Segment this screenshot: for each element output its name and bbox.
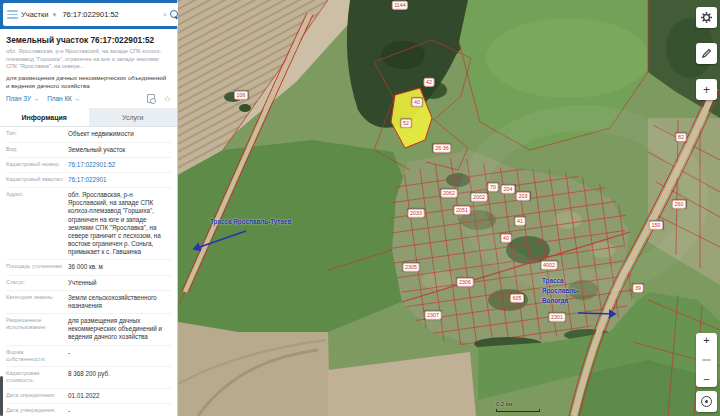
- sidebar-scrollbar[interactable]: [0, 376, 3, 416]
- map-parcel-label[interactable]: 2002: [471, 193, 488, 202]
- map-parcel-label[interactable]: 39: [633, 284, 644, 293]
- info-row-label: Вид:: [6, 146, 68, 154]
- info-row-label: Разрешенное использование:: [6, 317, 68, 342]
- satellite-map[interactable]: [178, 0, 720, 416]
- search-box: Участки ▼ ×: [3, 3, 183, 26]
- info-row-value: Земли сельскохозяйственного назначения: [68, 294, 171, 310]
- sidebar: Участки ▼ × ‹ Земельный участок 76:17:02…: [0, 0, 178, 416]
- cadastral-map-app: Участки ▼ × ‹ Земельный участок 76:17:02…: [0, 0, 720, 416]
- map-parcel-label[interactable]: 106: [234, 91, 248, 100]
- document-search-icon[interactable]: [147, 94, 155, 103]
- map-parcel-label[interactable]: 2306: [457, 278, 474, 287]
- info-row-label: Тип:: [6, 130, 68, 138]
- pencil-icon: [701, 48, 712, 59]
- info-row-value: 8 368 200 руб.: [68, 370, 171, 385]
- info-row: Кадастровый номер:76:17:022901:52: [6, 158, 171, 173]
- map-parcel-label[interactable]: 2307: [425, 311, 442, 320]
- map-parcel-label[interactable]: 41: [515, 217, 526, 226]
- map-scale-label: 0.2 км: [496, 401, 512, 407]
- search-input[interactable]: [62, 10, 159, 19]
- map-scale-bar: [496, 409, 540, 412]
- sidebar-collapse-button[interactable]: ‹: [169, 0, 177, 29]
- info-row: Форма собственности:-: [6, 346, 171, 368]
- zoom-slider[interactable]: [702, 359, 711, 361]
- info-row-label: Дата определения:: [6, 392, 68, 400]
- info-row: Дата определения:01.01.2022: [6, 389, 171, 404]
- zoom-in-button[interactable]: +: [696, 335, 717, 346]
- measure-draw-button[interactable]: [696, 43, 717, 64]
- info-row-label: Адрес:: [6, 191, 68, 256]
- info-row-value: Объект недвижимости: [68, 130, 171, 138]
- info-row-value: Учтенный: [68, 279, 171, 287]
- map-parcel-label[interactable]: 2301: [549, 313, 566, 322]
- info-row: Дата утверждения:-: [6, 404, 171, 416]
- parcel-title: Земельный участок 76:17:022901:52: [6, 35, 171, 45]
- info-row-label: Категория земель:: [6, 294, 68, 310]
- map-parcel-label[interactable]: 70: [488, 183, 499, 192]
- info-row-value: 01.01.2022: [68, 392, 171, 400]
- parcel-summary-address: обл. Ярославская, р-н Ярославский, на за…: [6, 48, 171, 71]
- target-icon: [701, 396, 712, 407]
- info-row-label: Кадастровый номер:: [6, 161, 68, 169]
- map-annotation-text: Трасса Ярославль-Тутаев: [210, 217, 291, 227]
- zoom-control: + −: [696, 333, 717, 387]
- info-row-value: для размещения дачных некоммерческих объ…: [68, 317, 171, 342]
- parcel-summary-usage: для размещения дачных некоммерческих объ…: [6, 74, 171, 91]
- settings-button[interactable]: [696, 7, 717, 28]
- info-row: Кадастровая стоимость:8 368 200 руб.: [6, 367, 171, 389]
- tab-information[interactable]: Информация: [0, 108, 89, 126]
- info-row-label: Форма собственности:: [6, 349, 68, 364]
- info-row-label: Площадь уточненная:: [6, 263, 68, 271]
- map-viewport[interactable]: 114410642405226:368220622033205170204203…: [178, 0, 720, 416]
- map-parcel-label[interactable]: 40: [412, 98, 423, 107]
- info-row-value[interactable]: 76:17:022901:52: [68, 161, 171, 169]
- parcel-panel: Земельный участок 76:17:022901:52 обл. Я…: [0, 29, 177, 416]
- plan-kk-link[interactable]: План КК →: [47, 95, 80, 102]
- info-row: Тип:Объект недвижимости: [6, 127, 171, 142]
- map-parcel-label[interactable]: 42: [424, 78, 435, 87]
- favorite-star-icon[interactable]: ☆: [163, 95, 171, 104]
- clear-search-icon[interactable]: ×: [162, 11, 167, 19]
- map-parcel-label[interactable]: 204: [501, 185, 515, 194]
- map-parcel-label[interactable]: 40: [501, 234, 512, 243]
- map-parcel-label[interactable]: 2305: [403, 263, 420, 272]
- chevron-down-icon: ▼: [52, 12, 58, 18]
- info-row: Статус:Учтенный: [6, 276, 171, 291]
- add-object-button[interactable]: +: [696, 79, 717, 100]
- plan-links-row: План ЗУ → План КК → ☆: [6, 94, 171, 103]
- search-category-select[interactable]: Участки: [21, 10, 49, 19]
- info-row-value: -: [68, 407, 171, 415]
- map-parcel-label[interactable]: 2033: [408, 209, 425, 218]
- zoom-out-button[interactable]: −: [696, 374, 717, 385]
- map-parcel-label[interactable]: 52: [401, 119, 412, 128]
- locate-button[interactable]: [696, 391, 717, 412]
- info-row: Категория земель:Земли сельскохозяйствен…: [6, 291, 171, 314]
- info-row-value: Земельный участок: [68, 146, 171, 154]
- map-parcel-label[interactable]: 2051: [454, 206, 471, 215]
- menu-icon[interactable]: [7, 10, 18, 19]
- search-bar: Участки ▼ × ‹: [0, 0, 177, 29]
- map-parcel-label[interactable]: 4002: [541, 261, 558, 270]
- map-parcel-label[interactable]: 82: [676, 133, 687, 142]
- map-parcel-label[interactable]: 260: [672, 200, 686, 209]
- info-row-label: Кадастровый квартал:: [6, 176, 68, 184]
- info-row: Вид:Земельный участок: [6, 143, 171, 158]
- info-row-value[interactable]: 76:17:022901: [68, 176, 171, 184]
- info-row-label: Кадастровая стоимость:: [6, 370, 68, 385]
- map-parcel-label[interactable]: 605: [510, 294, 524, 303]
- info-row-label: Статус:: [6, 279, 68, 287]
- map-parcel-label[interactable]: 26:36: [433, 144, 451, 153]
- map-annotation-text: ТрассаЯрославль-Вологда: [542, 276, 579, 305]
- map-parcel-label[interactable]: 2062: [441, 189, 458, 198]
- info-row: Кадастровый квартал:76:17:022901: [6, 173, 171, 188]
- tab-services[interactable]: Услуги: [89, 108, 178, 126]
- tabs: Информация Услуги: [0, 108, 177, 127]
- plan-zu-link[interactable]: План ЗУ →: [6, 95, 39, 102]
- info-table: Тип:Объект недвижимостиВид:Земельный уча…: [6, 127, 171, 416]
- plus-icon: +: [703, 84, 710, 96]
- map-parcel-label[interactable]: 1144: [392, 1, 408, 10]
- gear-icon: [701, 12, 712, 23]
- map-parcel-label[interactable]: 203: [516, 192, 530, 201]
- info-row: Разрешенное использование:для размещения…: [6, 314, 171, 346]
- map-parcel-label[interactable]: 150: [649, 221, 663, 230]
